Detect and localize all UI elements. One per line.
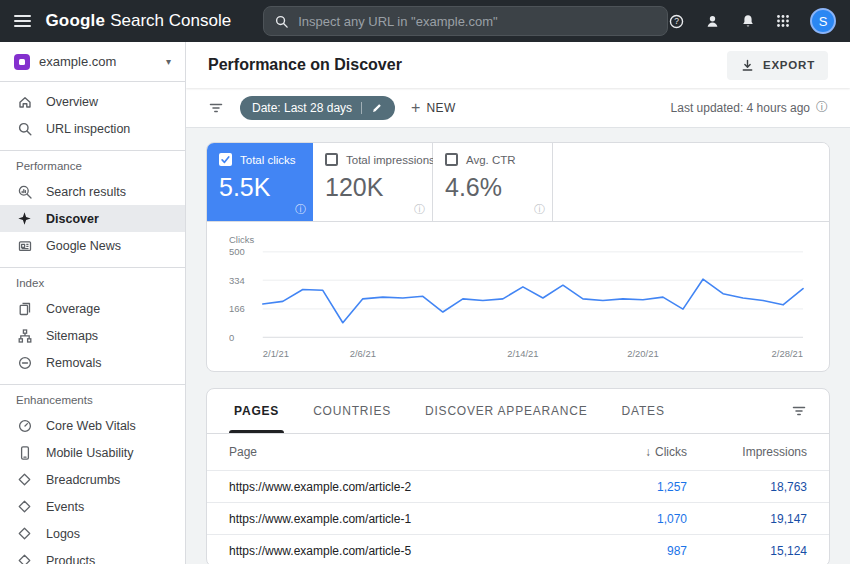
metric-avg-ctr[interactable]: Avg. CTR 4.6% ⓘ	[433, 143, 553, 221]
tab-pages[interactable]: PAGES	[217, 389, 296, 433]
svg-text:2/28/21: 2/28/21	[772, 348, 803, 359]
chip-divider	[361, 102, 362, 114]
metric-label: Avg. CTR	[466, 154, 516, 166]
date-filter-chip[interactable]: Date: Last 28 days	[240, 96, 395, 120]
diamond-icon	[16, 471, 33, 488]
sidebar-item-breadcrumbs[interactable]: Breadcrumbs	[0, 466, 185, 493]
filter-bar: Date: Last 28 days + NEW Last updated: 4…	[186, 88, 850, 128]
tab-countries[interactable]: COUNTRIES	[296, 389, 408, 433]
top-app-bar: Google Search Console ? S	[0, 0, 850, 42]
app-logo: Google Search Console	[45, 11, 231, 31]
search-input[interactable]	[298, 14, 657, 29]
menu-icon[interactable]	[14, 15, 31, 27]
checkbox-checked-icon[interactable]	[219, 153, 232, 166]
page-title: Performance on Discover	[208, 56, 402, 74]
impressions-value: 15,124	[687, 544, 807, 558]
avatar[interactable]: S	[810, 8, 836, 34]
date-chip-label: Date: Last 28 days	[252, 101, 352, 115]
checkbox-unchecked-icon[interactable]	[445, 153, 458, 166]
sidebar-item-products[interactable]: Products	[0, 547, 185, 564]
apps-grid-icon[interactable]	[775, 13, 791, 29]
sidebar-item-label: Logos	[46, 527, 80, 541]
scroll-content[interactable]: Total clicks 5.5K ⓘ Total impressions 12…	[186, 128, 850, 564]
sidebar-item-label: Removals	[46, 356, 102, 370]
sidebar-item-discover[interactable]: Discover	[0, 205, 185, 232]
tab-discover-appearance[interactable]: DISCOVER APPEARANCE	[408, 389, 605, 433]
magnifier-icon	[16, 120, 33, 137]
filter-icon[interactable]	[208, 100, 224, 116]
property-selector[interactable]: example.com ▾	[0, 42, 185, 82]
property-icon	[14, 54, 30, 70]
sidebar-item-label: Sitemaps	[46, 329, 98, 343]
sidebar-item-url-inspection[interactable]: URL inspection	[0, 115, 185, 142]
clicks-line-chart[interactable]: 0166334500Clicks2/1/212/6/212/14/212/20/…	[229, 234, 807, 367]
svg-text:2/1/21: 2/1/21	[263, 348, 289, 359]
info-icon[interactable]: ⓘ	[414, 202, 425, 217]
diamond-icon	[16, 498, 33, 515]
svg-text:2/20/21: 2/20/21	[627, 348, 658, 359]
dimensions-table-card: PAGES COUNTRIES DISCOVER APPEARANCE DATE…	[206, 388, 830, 564]
smartphone-icon	[16, 444, 33, 461]
sidebar-item-label: Mobile Usability	[46, 446, 134, 460]
sidebar-item-logos[interactable]: Logos	[0, 520, 185, 547]
svg-text:166: 166	[229, 303, 245, 314]
chevron-down-icon: ▾	[166, 56, 171, 67]
property-name: example.com	[39, 54, 116, 69]
column-header-clicks[interactable]: ↓ Clicks	[572, 445, 687, 459]
metric-total-impressions[interactable]: Total impressions 120K ⓘ	[313, 143, 433, 221]
sidebar-item-events[interactable]: Events	[0, 493, 185, 520]
export-button[interactable]: EXPORT	[727, 51, 828, 80]
table-row[interactable]: https://www.example.com/article-1 1,070 …	[207, 502, 829, 534]
section-performance: Performance Search results Discover Goog…	[0, 150, 185, 259]
column-header-page[interactable]: Page	[229, 445, 572, 459]
table-header-row: Page ↓ Clicks Impressions	[207, 434, 829, 470]
info-icon[interactable]: ⓘ	[295, 202, 306, 217]
page-header: Performance on Discover EXPORT	[186, 42, 850, 88]
sidebar-item-overview[interactable]: Overview	[0, 88, 185, 115]
column-header-impressions[interactable]: Impressions	[687, 445, 807, 459]
help-icon[interactable]: ?	[668, 13, 685, 30]
manage-users-icon[interactable]	[704, 13, 721, 30]
sidebar-item-core-web-vitals[interactable]: Core Web Vitals	[0, 412, 185, 439]
svg-text:Clicks: Clicks	[229, 234, 254, 245]
notifications-bell-icon[interactable]	[740, 13, 756, 29]
clicks-value: 1,257	[572, 480, 687, 494]
metric-label: Total clicks	[240, 154, 296, 166]
url-inspect-searchbox[interactable]	[263, 6, 668, 36]
topbar-actions: ? S	[668, 8, 836, 34]
table-row[interactable]: https://www.example.com/article-5 987 15…	[207, 534, 829, 564]
section-title: Enhancements	[0, 385, 185, 412]
sidebar-item-label: Search results	[46, 185, 126, 199]
metric-label: Total impressions	[346, 154, 435, 166]
edit-pencil-icon	[371, 102, 383, 114]
logo-google: Google	[45, 11, 105, 31]
clicks-value: 987	[572, 544, 687, 558]
clicks-value: 1,070	[572, 512, 687, 526]
last-updated: Last updated: 4 hours ago ⓘ	[671, 99, 828, 116]
sidebar-item-google-news[interactable]: Google News	[0, 232, 185, 259]
discover-sparkle-icon	[16, 210, 33, 227]
svg-text:2/6/21: 2/6/21	[350, 348, 376, 359]
info-icon[interactable]: ⓘ	[816, 99, 828, 116]
checkbox-unchecked-icon[interactable]	[325, 153, 338, 166]
sidebar-item-coverage[interactable]: Coverage	[0, 295, 185, 322]
new-filter-button[interactable]: + NEW	[411, 100, 456, 116]
table-filter-icon[interactable]	[791, 403, 819, 419]
table-row[interactable]: https://www.example.com/article-2 1,257 …	[207, 470, 829, 502]
tab-dates[interactable]: DATES	[605, 389, 682, 433]
sidebar-item-sitemaps[interactable]: Sitemaps	[0, 322, 185, 349]
info-icon[interactable]: ⓘ	[534, 202, 545, 217]
metric-toggle-row: Total clicks 5.5K ⓘ Total impressions 12…	[207, 143, 829, 222]
svg-text:334: 334	[229, 275, 245, 286]
sidebar-item-mobile-usability[interactable]: Mobile Usability	[0, 439, 185, 466]
table-tabs: PAGES COUNTRIES DISCOVER APPEARANCE DATE…	[207, 389, 829, 434]
sidebar-item-label: Coverage	[46, 302, 100, 316]
sidebar-item-search-results[interactable]: Search results	[0, 178, 185, 205]
sidebar-item-removals[interactable]: Removals	[0, 349, 185, 376]
diamond-icon	[16, 552, 33, 564]
metric-total-clicks[interactable]: Total clicks 5.5K ⓘ	[207, 143, 313, 221]
sitemap-icon	[16, 327, 33, 344]
news-icon	[16, 237, 33, 254]
diamond-icon	[16, 525, 33, 542]
sidebar-item-label: Products	[46, 554, 95, 564]
